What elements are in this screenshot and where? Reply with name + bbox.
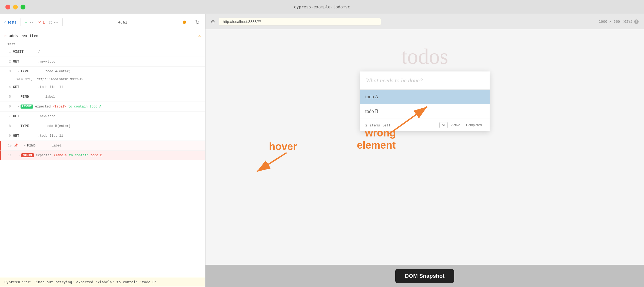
cmd-args: expected <label> to contain todo B: [36, 154, 102, 157]
todo-footer: 2 items left All Active Completed: [360, 119, 490, 131]
window-controls: [5, 5, 25, 9]
todo-app: todos What needs to be done? todo A todo…: [360, 45, 490, 131]
dash: -: [17, 69, 19, 73]
filter-completed[interactable]: Completed: [464, 122, 484, 128]
pass-count: --: [29, 20, 34, 24]
command-row-error[interactable]: 11 - ASSERT expected <label> to contain …: [0, 151, 205, 160]
separator-icon: |: [189, 19, 191, 25]
dash: -: [17, 105, 19, 109]
cmd-args: /: [38, 50, 40, 54]
test-name: adds two items: [9, 34, 41, 38]
cmd-name: TYPE: [21, 69, 42, 73]
fail-stat: ✕ 1: [38, 19, 45, 25]
row-number: 2: [3, 60, 11, 64]
timer-value: 4.63: [118, 20, 127, 24]
right-panel: ⊕ 1000 x 660 (62%) i todos What needs to…: [205, 14, 644, 287]
back-label: Tests: [7, 20, 16, 24]
command-row[interactable]: 3 - TYPE todo A{enter}: [0, 67, 205, 76]
svg-text:hover: hover: [269, 141, 297, 152]
left-panel: ‹ Tests ✓ -- ✕ 1 ○ -- 4.63 | ↻: [0, 14, 205, 287]
new-url-row: (NEW URL) http://localhost:8888/#/: [0, 76, 205, 82]
viewport-size: 1000 x 660 (62%): [599, 19, 633, 24]
titlebar: cypress-example-todomvc: [0, 0, 644, 14]
cmd-name: VISIT: [13, 50, 35, 54]
todo-item-text: todo B: [365, 109, 379, 114]
cmd-name: FIND: [27, 144, 49, 148]
cmd-args: .todo-list li: [38, 134, 63, 138]
command-row[interactable]: 1 VISIT /: [0, 47, 205, 57]
filter-all[interactable]: All: [439, 122, 448, 128]
cmd-name: FIND: [21, 95, 42, 99]
chevron-left-icon: ‹: [4, 20, 6, 25]
todo-filters: All Active Completed: [439, 122, 484, 128]
command-row[interactable]: 4 GET .todo-list li: [0, 82, 205, 92]
todo-item-text: todo A: [365, 94, 379, 100]
viewport-info: 1000 x 660 (62%) i: [599, 19, 639, 24]
cmd-name: GET: [13, 60, 35, 64]
test-header: ✕ adds two items ⚠: [0, 30, 205, 41]
row-number: 11: [4, 154, 12, 157]
new-url-value: http://localhost:8888/#/: [37, 77, 84, 81]
crosshair-button[interactable]: ⊕: [211, 19, 215, 25]
fail-count: 1: [42, 20, 45, 24]
row-number: 6: [3, 105, 11, 109]
command-row[interactable]: 6 - ASSERT expected <label> to contain t…: [0, 102, 205, 112]
reload-button[interactable]: ↻: [194, 18, 201, 27]
todo-app-title: todos: [360, 45, 490, 67]
x-icon: ✕: [38, 19, 41, 25]
info-icon[interactable]: i: [634, 19, 639, 24]
svg-text:element: element: [357, 139, 396, 151]
toolbar-right: | ↻: [183, 18, 201, 27]
command-list: TEST 1 VISIT / 2 GET .new-todo 3 - TYPE …: [0, 41, 205, 277]
cmd-name: GET: [13, 114, 35, 118]
cmd-args: .todo-list li: [38, 85, 63, 89]
cmd-args: .new-todo: [38, 60, 55, 64]
command-row[interactable]: 5 - FIND label: [0, 92, 205, 102]
checkmark-icon: ✓: [25, 19, 28, 25]
back-to-tests-button[interactable]: ‹ Tests: [4, 20, 16, 25]
cmd-args: .new-todo: [38, 115, 55, 118]
assert-badge-error: ASSERT: [21, 153, 34, 157]
filter-active[interactable]: Active: [449, 122, 463, 128]
cmd-args: expected <label> to contain todo A: [35, 105, 101, 109]
command-row-pinned[interactable]: 10 📌 - FIND label: [0, 141, 205, 151]
cmd-name: GET: [13, 85, 35, 89]
spinner-icon: ○: [49, 19, 52, 25]
dom-snapshot-button[interactable]: DOM Snapshot: [395, 269, 454, 283]
minimize-button[interactable]: [13, 5, 18, 9]
error-message: CypressError: Timed out retrying: expect…: [0, 277, 205, 287]
command-row[interactable]: 7 GET .new-todo: [0, 112, 205, 121]
row-number: 1: [3, 50, 11, 54]
todo-input-placeholder[interactable]: What needs to be done?: [360, 71, 490, 90]
command-row[interactable]: 9 GET .todo-list li: [0, 131, 205, 141]
maximize-button[interactable]: [21, 5, 25, 9]
assert-badge: ASSERT: [21, 105, 33, 109]
cmd-name: GET: [13, 134, 35, 138]
svg-line-3: [257, 153, 287, 172]
app-preview: todos What needs to be done? todo A todo…: [205, 29, 644, 287]
row-number: 5: [3, 95, 11, 99]
test-toolbar: ‹ Tests ✓ -- ✕ 1 ○ -- 4.63 | ↻: [0, 14, 205, 30]
dash: -: [18, 153, 20, 157]
todo-item-b: todo B: [360, 104, 490, 119]
cmd-args: todo A{enter}: [45, 70, 71, 73]
url-bar[interactable]: [219, 18, 381, 26]
cmd-args: label: [45, 95, 55, 99]
close-button[interactable]: [5, 5, 10, 9]
dash: -: [24, 144, 26, 148]
window-title: cypress-example-todomvc: [294, 5, 350, 9]
new-url-label: (NEW URL): [15, 77, 33, 81]
pending-stat: ○ --: [49, 19, 58, 25]
command-row[interactable]: 8 - TYPE todo B{enter}: [0, 121, 205, 131]
todo-item-a: todo A: [360, 90, 490, 104]
pass-stat: ✓ --: [25, 19, 34, 25]
row-number: 7: [3, 115, 11, 118]
divider2: [62, 18, 63, 26]
divider: [21, 18, 21, 26]
todo-card: What needs to be done? todo A todo B 2 i…: [360, 71, 490, 131]
row-number: 3: [3, 70, 11, 73]
todo-count: 2 items left: [365, 123, 391, 127]
command-row[interactable]: 2 GET .new-todo: [0, 57, 205, 67]
pin-icon: 📌: [14, 144, 18, 148]
browser-toolbar: ⊕ 1000 x 660 (62%) i: [205, 14, 644, 29]
